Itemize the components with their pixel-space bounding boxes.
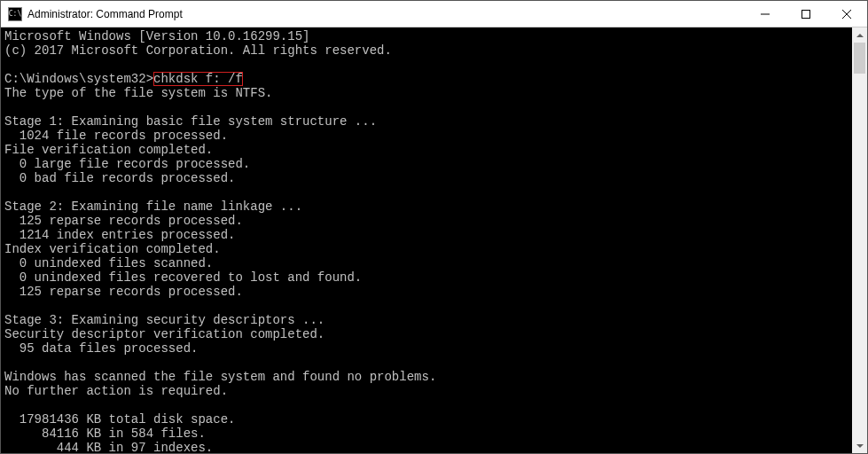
window-title: Administrator: Command Prompt [27,8,745,20]
line: 0 bad file records processed. [4,171,235,185]
scroll-up-button[interactable] [852,27,867,43]
window-controls [745,1,867,27]
minimize-icon [761,10,770,19]
line: The type of the file system is NTFS. [4,86,272,100]
line: Security descriptor verification complet… [4,327,325,341]
line: Stage 1: Examining basic file system str… [4,114,377,129]
line: 1214 index entries processed. [4,228,235,242]
line: 0 large file records processed. [4,157,250,171]
chevron-up-icon [856,34,864,37]
prompt: C:\Windows\system32> [4,72,153,86]
scroll-track[interactable] [852,43,867,438]
svg-rect-0 [802,10,810,18]
scroll-thumb[interactable] [854,43,865,74]
line: 125 reparse records processed. [4,285,243,299]
line: 95 data files processed. [4,341,198,356]
close-button[interactable] [826,1,867,27]
line: 444 KB in 97 indexes. [4,441,213,453]
cmd-icon: C:\ [8,7,22,21]
line: 84116 KB in 584 files. [4,427,206,441]
close-icon [842,10,851,19]
titlebar[interactable]: C:\ Administrator: Command Prompt [1,1,867,27]
line: 0 unindexed files recovered to lost and … [4,270,362,285]
line: File verification completed. [4,143,213,157]
maximize-icon [802,10,810,19]
command-highlight: chkdsk f: /f [153,72,243,86]
line: 1024 file records processed. [4,129,228,143]
line: Stage 3: Examining security descriptors … [4,313,325,327]
line: Stage 2: Examining file name linkage ... [4,200,302,214]
terminal-output[interactable]: Microsoft Windows [Version 10.0.16299.15… [1,27,852,453]
line: No further action is required. [4,384,228,398]
line: Index verification completed. [4,242,221,256]
line: Microsoft Windows [Version 10.0.16299.15… [4,29,309,43]
scroll-down-button[interactable] [852,438,867,453]
terminal-area: Microsoft Windows [Version 10.0.16299.15… [1,27,867,453]
line: 17981436 KB total disk space. [4,412,235,427]
vertical-scrollbar[interactable] [852,27,867,453]
maximize-button[interactable] [786,1,826,27]
minimize-button[interactable] [745,1,786,27]
line: 0 unindexed files scanned. [4,256,213,270]
chevron-down-icon [856,444,864,448]
line: (c) 2017 Microsoft Corporation. All righ… [4,43,392,58]
line: 125 reparse records processed. [4,214,243,228]
line: Windows has scanned the file system and … [4,370,436,384]
